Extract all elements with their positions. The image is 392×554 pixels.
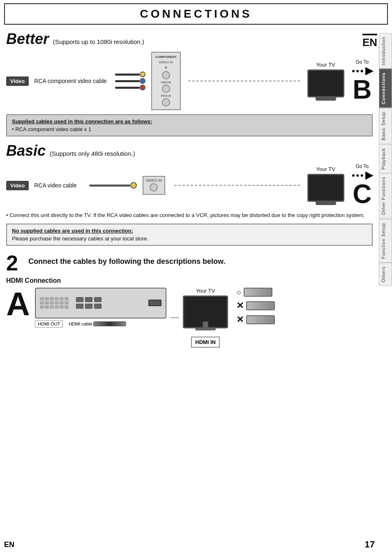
device-panel-group: HDMI OUT HDMI cable (35, 288, 166, 328)
sidebar-tab-connections[interactable]: Connections (379, 69, 392, 108)
basic-subtitle: (Supports only 480i resolution.) (50, 150, 135, 157)
ports-group (76, 297, 101, 309)
page-footer: EN 17 (4, 539, 375, 550)
vent-7 (40, 301, 44, 305)
vent-9 (50, 301, 54, 305)
hdmi-out-port (148, 300, 161, 306)
better-left-group: Video RCA component video cable (6, 76, 107, 86)
info-box-basic-content: Please purchase the necessary cables at … (12, 235, 367, 242)
rca-plug (130, 182, 137, 189)
hdmi-cable-group: HDMI cable (69, 321, 126, 326)
port-6 (94, 304, 101, 309)
goto-c-letter: C (353, 181, 371, 207)
footer-page-number: 17 (365, 539, 375, 550)
tv-foot (195, 328, 216, 330)
hdmi-bad-row-2: ✕ (236, 314, 275, 325)
basic-left-group: Video RCA video cable (6, 181, 77, 190)
video-in-label: VIDEO IN (146, 178, 162, 182)
goto-b-label: Go To (355, 59, 369, 65)
info-box-basic-title: No supplied cables are used in this conn… (12, 228, 367, 234)
info-box-better-title: Supplied cables used in this connection … (12, 118, 367, 125)
device-back-panel (35, 288, 166, 319)
basic-cable-label: RCA video cable (34, 182, 77, 189)
dashed-connector-line (188, 81, 300, 81)
tv-label-hdmi: Your TV (196, 288, 215, 294)
port-4 (76, 304, 83, 309)
comp-pr-socket (162, 98, 170, 106)
hdmi-out-label: HDMI OUT (35, 320, 63, 328)
hdmi-good-row: ○ (236, 288, 275, 297)
basic-dashed-line (174, 185, 300, 186)
info-box-basic: No supplied cables are used in this conn… (6, 224, 373, 246)
y-cable (115, 72, 145, 77)
sidebar-tab-introduction[interactable]: Introduction (379, 33, 392, 69)
basic-title: Basic (6, 142, 46, 159)
sidebar-tab-other-functions[interactable]: Other Functions (379, 173, 392, 219)
page-title: CONNECTIONS (5, 7, 387, 21)
hdmi-section-title: HDMI Connection (6, 277, 373, 284)
hdmi-out-label-group: HDMI OUT HDMI cable (35, 320, 126, 328)
step-number: 2 (6, 252, 23, 274)
vent-16 (55, 305, 59, 309)
tv-body-hdmi (183, 295, 228, 328)
en-badge-top: EN (362, 34, 377, 49)
pb-plug (140, 78, 145, 84)
page-header: CONNECTIONS (4, 3, 388, 25)
vent-13 (40, 305, 44, 309)
tv-label-better: Your TV (316, 62, 335, 68)
vent-5 (60, 297, 64, 300)
info-box-better: Supplied cables used in this connection … (6, 114, 373, 136)
video-in-box: VIDEO IN (143, 176, 166, 195)
tv-body-better (307, 69, 344, 97)
vent-17 (60, 305, 64, 309)
hdmi-out-group (148, 300, 161, 306)
hdmi-cable-visual (93, 321, 126, 326)
step-text: Connect the cables by following the desc… (28, 252, 225, 266)
tv-label-basic: Your TV (316, 166, 335, 172)
basic-note: • Connect this unit directly to the TV. … (6, 211, 373, 219)
better-subtitle: (Supports up to 1080i resolution.) (53, 38, 144, 45)
goto-b-section: Go To ●●● ▶ B (352, 59, 373, 103)
rca-cable-line (89, 185, 130, 187)
main-content: Better (Supports up to 1080i resolution.… (4, 30, 375, 348)
sidebar-tab-playback[interactable]: Playback (379, 144, 392, 173)
better-title: Better (6, 30, 49, 48)
port-row-2 (76, 304, 101, 309)
pr-cable (115, 85, 145, 90)
pr-plug (140, 85, 145, 90)
y-cable-line (115, 74, 140, 76)
comp-pb-label: PB/CB (161, 81, 171, 84)
basic-section-title: Basic (Supports only 480i resolution.) (6, 142, 373, 159)
sidebar-tab-basic-setup[interactable]: Basic Setup (379, 108, 392, 144)
cross-mark-icon-2: ✕ (236, 314, 244, 325)
basic-video-badge: Video (6, 181, 29, 190)
better-cable-label: RCA component video cable (34, 78, 107, 84)
hdmi-bad-cable-1 (246, 301, 275, 310)
tv-illustration-better: Your TV (307, 62, 344, 101)
vent-6 (65, 297, 69, 300)
vent-12 (65, 301, 69, 305)
rca-cable (89, 182, 137, 189)
sidebar-tab-function-setup[interactable]: Function Setup (379, 219, 392, 263)
vent-4 (55, 297, 59, 300)
hdmi-cable-label: HDMI cable (69, 321, 92, 326)
sidebar-tab-others[interactable]: Others (379, 263, 392, 286)
y-plug (140, 72, 145, 77)
goto-c-label: Go To (355, 164, 369, 169)
comp-top-label: COMPONENT (155, 55, 177, 59)
port-2 (85, 297, 92, 302)
port-1 (76, 297, 83, 302)
comp-y-socket (162, 71, 170, 79)
port-3 (94, 297, 101, 302)
hdmi-letter-a: A (6, 288, 31, 321)
goto-b-dots: ●●● (352, 67, 364, 74)
pb-cable (115, 78, 145, 84)
vent-14 (45, 305, 49, 309)
comp-pb-socket (162, 85, 170, 93)
check-mark-icon: ○ (236, 288, 241, 297)
pr-cable-line (115, 87, 140, 89)
goto-c-dots: ●●● (352, 172, 364, 178)
sidebar: Introduction Connections Basic Setup Pla… (379, 33, 392, 286)
comp-y-label: Y (165, 66, 167, 70)
hdmi-dashed-line (171, 317, 179, 318)
